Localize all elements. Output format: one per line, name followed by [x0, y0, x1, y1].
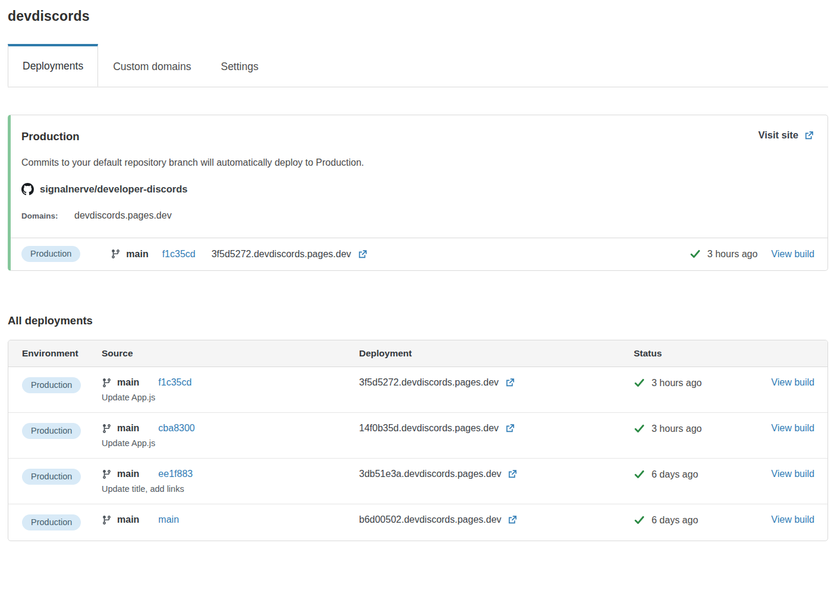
tab-deployments[interactable]: Deployments: [8, 44, 98, 87]
check-icon: [690, 248, 701, 260]
visit-site-link[interactable]: Visit site: [758, 129, 814, 141]
deployment-url-link[interactable]: 14f0b35d.devdiscords.pages.dev: [359, 423, 634, 434]
external-link-icon: [804, 130, 814, 141]
environment-badge: Production: [22, 377, 81, 393]
deployment-url: 3f5d5272.devdiscords.pages.dev: [359, 377, 499, 388]
table-row: Production main f1c35cd Update App.js 3f…: [8, 367, 828, 412]
all-deployments-heading: All deployments: [8, 314, 828, 327]
view-build-link[interactable]: View build: [771, 469, 814, 479]
git-branch-icon: [111, 249, 121, 259]
check-icon: [634, 514, 645, 526]
view-build-link[interactable]: View build: [771, 514, 814, 525]
git-branch-icon: [102, 424, 112, 434]
source-cell: main main: [102, 514, 359, 525]
commit-link[interactable]: ee1f883: [158, 469, 193, 479]
production-card-title: Production: [21, 130, 814, 143]
deployments-table: Environment Source Deployment Status Pro…: [8, 340, 828, 541]
deployment-url: 3f5d5272.devdiscords.pages.dev: [212, 249, 351, 260]
git-branch-icon: [102, 469, 112, 479]
status-cell: 3 hours ago: [634, 423, 762, 434]
branch-group: main: [111, 249, 148, 260]
column-header-deployment: Deployment: [359, 348, 634, 359]
column-header-environment: Environment: [22, 348, 102, 359]
git-branch-icon: [102, 515, 112, 525]
latest-deployment-row: Production main f1c35cd 3f5d5272.devdisc…: [11, 238, 828, 270]
domains-value: devdiscords.pages.dev: [74, 210, 172, 221]
commit-message: Update App.js: [102, 438, 359, 448]
commit-message: Update App.js: [102, 393, 359, 402]
tab-custom-domains[interactable]: Custom domains: [98, 44, 206, 87]
repo-row: signalnerve/developer-discords: [21, 183, 814, 195]
deployment-url: b6d00502.devdiscords.pages.dev: [359, 514, 501, 525]
view-build-link[interactable]: View build: [771, 377, 814, 387]
external-link-icon: [357, 249, 368, 260]
external-link-icon: [507, 469, 518, 479]
deployment-url: 14f0b35d.devdiscords.pages.dev: [359, 423, 499, 434]
domains-row: Domains: devdiscords.pages.dev: [21, 210, 814, 221]
status-time: 6 days ago: [652, 515, 698, 526]
external-link-icon: [505, 423, 515, 434]
status-group: 3 hours ago: [690, 248, 758, 260]
check-icon: [634, 423, 645, 434]
check-icon: [634, 377, 645, 388]
source-cell: main cba8300 Update App.js: [102, 423, 359, 448]
deployment-url-link[interactable]: 3db51e3a.devdiscords.pages.dev: [359, 469, 634, 479]
latest-deployment-status: 3 hours ago View build: [690, 248, 814, 260]
tab-settings[interactable]: Settings: [206, 44, 273, 87]
column-header-source: Source: [102, 348, 359, 359]
status-cell: 3 hours ago: [634, 377, 762, 388]
status-time: 3 hours ago: [652, 378, 702, 388]
repo-name: signalnerve/developer-discords: [40, 184, 188, 195]
commit-link[interactable]: main: [158, 514, 179, 525]
production-card: Production Visit site Commits to your de…: [8, 115, 828, 271]
status-time: 3 hours ago: [707, 249, 758, 260]
status-cell: 6 days ago: [634, 469, 762, 480]
production-card-body: Production Visit site Commits to your de…: [11, 115, 828, 238]
table-row: Production main ee1f883 Update title, ad…: [8, 458, 828, 504]
view-build-link[interactable]: View build: [771, 249, 814, 260]
external-link-icon: [507, 514, 518, 525]
branch-name: main: [117, 469, 139, 479]
source-cell: main f1c35cd Update App.js: [102, 377, 359, 402]
deployment-url-link[interactable]: b6d00502.devdiscords.pages.dev: [359, 514, 634, 525]
status-time: 3 hours ago: [652, 424, 702, 434]
production-description: Commits to your default repository branc…: [21, 157, 814, 168]
visit-site-label: Visit site: [758, 129, 798, 141]
deployment-url-link[interactable]: 3f5d5272.devdiscords.pages.dev: [212, 249, 368, 260]
table-header-row: Environment Source Deployment Status: [8, 340, 828, 367]
status-cell: 6 days ago: [634, 514, 762, 526]
commit-message: Update title, add links: [102, 484, 359, 494]
pages-project-page: devdiscords Deployments Custom domains S…: [0, 0, 840, 547]
commit-link[interactable]: f1c35cd: [162, 249, 196, 260]
source-cell: main ee1f883 Update title, add links: [102, 469, 359, 494]
page-title: devdiscords: [8, 8, 828, 24]
tabs-bar: Deployments Custom domains Settings: [8, 44, 828, 87]
deployment-url: 3db51e3a.devdiscords.pages.dev: [359, 469, 501, 479]
commit-link[interactable]: f1c35cd: [158, 377, 191, 388]
branch-name: main: [117, 514, 139, 525]
column-header-status: Status: [634, 348, 762, 359]
git-branch-icon: [102, 378, 112, 388]
external-link-icon: [505, 377, 515, 388]
branch-name: main: [117, 423, 139, 434]
github-icon: [21, 183, 34, 195]
table-row: Production main main b6d00502.devdiscord…: [8, 504, 828, 541]
table-row: Production main cba8300 Update App.js 14…: [8, 412, 828, 458]
status-time: 6 days ago: [652, 469, 698, 480]
branch-name: main: [117, 377, 139, 388]
domains-label: Domains:: [21, 211, 74, 220]
environment-badge: Production: [22, 423, 81, 439]
environment-badge: Production: [22, 469, 81, 485]
environment-badge: Production: [22, 514, 81, 530]
environment-badge: Production: [21, 246, 80, 262]
deployment-url-link[interactable]: 3f5d5272.devdiscords.pages.dev: [359, 377, 634, 388]
check-icon: [634, 469, 645, 480]
branch-name: main: [126, 249, 148, 260]
view-build-link[interactable]: View build: [771, 423, 814, 433]
commit-link[interactable]: cba8300: [158, 423, 194, 434]
